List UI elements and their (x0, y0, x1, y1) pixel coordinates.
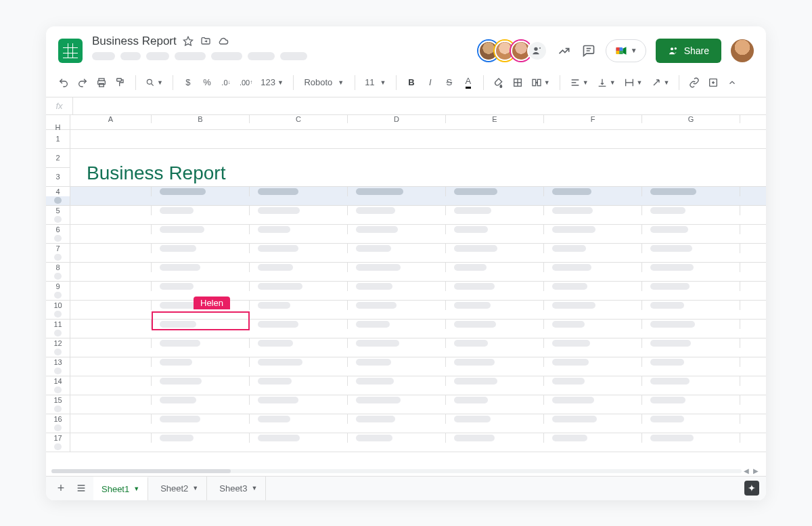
cell[interactable] (642, 168, 740, 186)
cell[interactable] (250, 206, 348, 216)
add-sheet-button[interactable]: + (53, 479, 69, 497)
decrease-decimal-button[interactable]: .0↓ (218, 74, 234, 91)
horizontal-scrollbar[interactable]: ◀ ▶ (46, 466, 766, 476)
cell[interactable] (250, 130, 348, 148)
scroll-left-icon[interactable]: ◀ (742, 467, 751, 475)
zoom-button[interactable]: ▼ (143, 74, 166, 91)
cell[interactable] (70, 301, 152, 311)
cell[interactable] (348, 225, 446, 235)
cell[interactable] (46, 234, 70, 243)
cell[interactable] (348, 263, 446, 273)
share-button[interactable]: Share (656, 39, 721, 63)
cell[interactable] (642, 395, 740, 406)
sheet-tab[interactable]: Sheet2▼ (152, 477, 207, 500)
merge-cells-button[interactable]: ▼ (528, 74, 553, 91)
cell[interactable] (642, 320, 740, 330)
bold-button[interactable]: B (403, 74, 420, 91)
cell[interactable] (348, 338, 446, 349)
chevron-down-icon[interactable]: ▼ (251, 485, 257, 491)
cell[interactable] (348, 187, 446, 197)
insert-chart-button[interactable] (705, 74, 721, 91)
cell[interactable] (544, 357, 642, 368)
cell[interactable] (642, 187, 740, 197)
menu-item[interactable] (175, 52, 206, 60)
cell[interactable] (250, 244, 348, 254)
cell[interactable] (348, 376, 446, 387)
chevron-down-icon[interactable]: ▼ (133, 485, 139, 492)
cell[interactable] (46, 253, 70, 262)
cell[interactable] (250, 168, 348, 186)
chevron-down-icon[interactable]: ▼ (192, 485, 198, 491)
column-header[interactable]: F (544, 115, 642, 123)
cell[interactable] (348, 395, 446, 406)
collaborator-avatars[interactable] (482, 41, 547, 61)
cell[interactable] (70, 320, 152, 330)
cell[interactable] (250, 395, 348, 406)
cell[interactable] (544, 433, 642, 443)
row-header[interactable]: 14 (46, 376, 70, 387)
print-button[interactable] (93, 74, 110, 91)
cell[interactable] (70, 244, 152, 254)
cell[interactable] (446, 244, 544, 254)
wrap-button[interactable]: ▼ (621, 74, 646, 91)
more-formats-button[interactable]: 123▼ (258, 74, 286, 91)
cell[interactable] (46, 386, 70, 395)
cell[interactable] (348, 357, 446, 368)
cell[interactable] (446, 433, 544, 443)
cell[interactable] (152, 244, 250, 254)
cell[interactable] (446, 301, 544, 311)
cell[interactable] (152, 338, 250, 349)
cell[interactable] (46, 215, 70, 224)
row-header[interactable]: 8 (46, 263, 70, 273)
cell[interactable] (70, 414, 152, 424)
cell[interactable] (70, 130, 152, 148)
cell[interactable] (348, 244, 446, 254)
cell[interactable] (544, 301, 642, 311)
all-sheets-button[interactable] (73, 479, 89, 497)
percent-button[interactable]: % (199, 74, 215, 91)
paint-format-button[interactable] (112, 74, 129, 91)
text-color-button[interactable]: A (460, 74, 476, 91)
cell[interactable] (446, 338, 544, 349)
cell[interactable] (446, 395, 544, 406)
cell[interactable] (70, 357, 152, 368)
cell[interactable] (46, 405, 70, 414)
row-header[interactable]: 7 (46, 244, 70, 254)
cell[interactable] (152, 168, 250, 186)
cell[interactable] (250, 320, 348, 330)
cell[interactable] (348, 206, 446, 216)
anonymous-avatar[interactable] (527, 41, 547, 61)
document-title[interactable]: Business Report (92, 35, 177, 48)
cell[interactable] (250, 357, 348, 368)
scroll-thumb[interactable] (51, 469, 231, 473)
cell[interactable] (152, 206, 250, 216)
cell[interactable] (46, 329, 70, 338)
cell[interactable] (46, 367, 70, 376)
row-header[interactable]: 4 (46, 187, 70, 197)
cell[interactable] (152, 130, 250, 148)
cell[interactable] (250, 263, 348, 273)
row-header[interactable]: 5 (46, 206, 70, 216)
strikethrough-button[interactable]: S (441, 74, 457, 91)
cell[interactable] (348, 130, 446, 148)
cell[interactable] (152, 376, 250, 387)
row-header[interactable]: 15 (46, 395, 70, 406)
menu-item[interactable] (211, 52, 242, 60)
cell[interactable] (544, 168, 642, 186)
cell[interactable] (544, 320, 642, 330)
move-folder-icon[interactable] (200, 35, 212, 47)
cell[interactable] (70, 168, 152, 186)
cell[interactable] (642, 225, 740, 235)
cell[interactable] (152, 187, 250, 197)
fill-color-button[interactable] (491, 74, 507, 91)
cell[interactable] (642, 244, 740, 254)
menu-bar[interactable] (92, 52, 473, 60)
cell[interactable] (446, 263, 544, 273)
row-header[interactable]: 2 (46, 149, 70, 168)
borders-button[interactable] (510, 74, 526, 91)
cell[interactable] (46, 272, 70, 281)
cell[interactable] (46, 424, 70, 433)
row-header[interactable]: 16 (46, 414, 70, 424)
scroll-right-icon[interactable]: ▶ (751, 467, 761, 475)
undo-button[interactable] (55, 74, 72, 91)
